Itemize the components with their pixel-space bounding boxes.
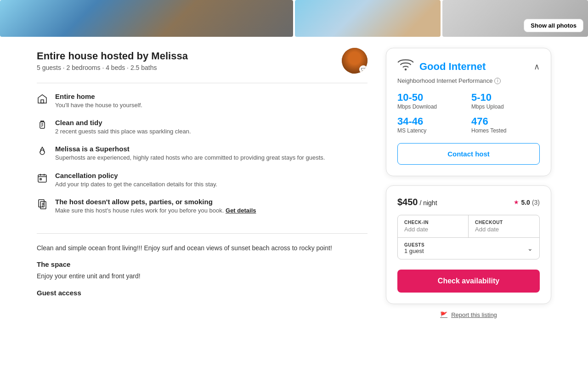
guests-row[interactable]: GUESTS 1 guest ⌄ [398, 237, 539, 259]
booking-card: $450 / night ★ 5.0 (3) CHECK-IN Add date [386, 185, 551, 304]
amenity-entire-home-title: Entire home [55, 92, 142, 100]
amenity-rules-title: The host doesn't allow pets, parties, or… [55, 198, 256, 206]
amenity-cancellation: Cancellation policy Add your trip dates … [37, 172, 368, 189]
amenity-clean-title: Clean and tidy [55, 119, 191, 126]
price-per-night: / night [419, 199, 437, 207]
avatar: 🛡 [342, 48, 368, 74]
stat-download: 10-50 Mbps Download [397, 92, 466, 110]
download-label: Mbps Download [397, 104, 466, 110]
guests-label: GUESTS [404, 242, 424, 247]
get-details-link[interactable]: Get details [226, 207, 256, 214]
star-icon: ★ [514, 199, 519, 206]
internet-header-left: Good Internet [397, 59, 486, 74]
collapse-internet-button[interactable]: ∧ [534, 62, 540, 72]
amenity-cancellation-text: Cancellation policy Add your trip dates … [55, 172, 217, 189]
calendar-icon [37, 172, 48, 184]
photo-strip: Show all photos [0, 0, 588, 37]
amenity-entire-home-text: Entire home You'll have the house to you… [55, 92, 142, 109]
guests-info: GUESTS 1 guest [404, 242, 424, 254]
homes-value: 476 [471, 115, 540, 127]
neighborhood-performance: Neighborhood Internet Performance i [397, 77, 540, 84]
left-column: Entire house hosted by Melissa 5 guests … [37, 48, 368, 318]
avatar-badge: 🛡 [359, 65, 368, 74]
amenity-superhost-title: Melissa is a Superhost [55, 145, 325, 153]
guests-value: 1 guest [404, 247, 424, 254]
svg-rect-5 [40, 201, 46, 209]
amenity-entire-home: Entire home You'll have the house to you… [37, 92, 368, 109]
host-section: Entire house hosted by Melissa 5 guests … [37, 48, 368, 83]
medal-icon [37, 146, 48, 157]
clean-icon [37, 120, 48, 131]
checkin-label: CHECK-IN [404, 220, 462, 225]
host-info: Entire house hosted by Melissa 5 guests … [37, 50, 188, 71]
flag-icon: 🚩 [440, 311, 447, 318]
guests-chevron: ⌄ [527, 245, 533, 252]
amenity-entire-home-desc: You'll have the house to yourself. [55, 101, 142, 109]
photo-middle [295, 0, 441, 37]
space-title: The space [37, 260, 368, 268]
homes-label: Homes Tested [471, 127, 540, 134]
latency-value: 34-46 [397, 115, 466, 127]
report-section[interactable]: 🚩 Report this listing [386, 311, 551, 318]
chevron-down-icon: ⌄ [527, 245, 533, 252]
checkout-cell[interactable]: CHECKOUT Add date [469, 215, 539, 237]
checkin-value: Add date [404, 226, 462, 233]
main-content: Entire house hosted by Melissa 5 guests … [0, 37, 588, 329]
check-availability-button[interactable]: Check availability [397, 270, 540, 293]
stat-upload: 5-10 Mbps Upload [471, 92, 540, 110]
price-info: $450 / night [397, 197, 437, 207]
listing-details: 5 guests · 2 bedrooms · 4 beds · 2.5 bat… [37, 64, 188, 71]
checkin-cell[interactable]: CHECK-IN Add date [398, 215, 469, 237]
home-icon [37, 93, 48, 104]
amenity-clean-tidy: Clean and tidy 2 recent guests said this… [37, 119, 368, 136]
amenity-rules: The host doesn't allow pets, parties, or… [37, 198, 368, 215]
rules-icon [37, 199, 48, 210]
rating-score: 5.0 [521, 199, 530, 206]
stat-homes: 476 Homes Tested [471, 115, 540, 134]
internet-card: Good Internet ∧ Neighborhood Internet Pe… [386, 48, 551, 176]
amenity-rules-text: The host doesn't allow pets, parties, or… [55, 198, 256, 215]
internet-stats: 10-50 Mbps Download 5-10 Mbps Upload 34-… [397, 92, 540, 134]
date-grid: CHECK-IN Add date CHECKOUT Add date GUES… [397, 215, 540, 259]
report-label: Report this listing [451, 311, 497, 318]
stat-latency: 34-46 MS Latency [397, 115, 466, 134]
photo-main [0, 0, 293, 37]
amenities-list: Entire home You'll have the house to you… [37, 83, 368, 234]
listing-title: Entire house hosted by Melissa [37, 50, 188, 62]
svg-rect-0 [41, 100, 44, 103]
checkout-label: CHECKOUT [475, 220, 533, 225]
svg-point-6 [405, 69, 407, 71]
amenity-clean-text: Clean and tidy 2 recent guests said this… [55, 119, 191, 136]
rating-row: ★ 5.0 (3) [514, 199, 540, 206]
amenity-cancellation-title: Cancellation policy [55, 172, 217, 179]
description-section: Clean and simple ocean front living!!! E… [37, 234, 368, 309]
description-main: Clean and simple ocean front living!!! E… [37, 243, 368, 253]
price-row: $450 / night ★ 5.0 (3) [397, 197, 540, 207]
svg-rect-3 [38, 175, 46, 182]
photo-right: Show all photos [442, 0, 588, 37]
latency-label: MS Latency [397, 127, 466, 134]
good-internet-label: Good Internet [419, 61, 486, 73]
amenity-clean-desc: 2 recent guests said this place was spar… [55, 127, 191, 136]
space-text: Enjoy your entire unit and front yard! [37, 271, 368, 281]
download-value: 10-50 [397, 92, 466, 104]
checkout-value: Add date [475, 226, 533, 233]
price-amount: $450 [397, 197, 418, 207]
amenity-superhost-text: Melissa is a Superhost Superhosts are ex… [55, 145, 325, 162]
upload-value: 5-10 [471, 92, 540, 104]
photo-group-right: Show all photos [295, 0, 588, 37]
right-column: Good Internet ∧ Neighborhood Internet Pe… [386, 48, 551, 318]
show-all-photos-button[interactable]: Show all photos [524, 19, 583, 32]
date-row: CHECK-IN Add date CHECKOUT Add date [398, 215, 539, 237]
wifi-icon [397, 59, 414, 74]
rating-count: (3) [532, 199, 540, 206]
internet-header: Good Internet ∧ [397, 59, 540, 74]
amenity-rules-desc: Make sure this host's house rules work f… [55, 207, 256, 215]
access-title: Guest access [37, 289, 368, 297]
amenity-superhost-desc: Superhosts are experienced, highly rated… [55, 154, 325, 162]
upload-label: Mbps Upload [471, 104, 540, 110]
info-icon[interactable]: i [494, 78, 501, 84]
amenity-superhost: Melissa is a Superhost Superhosts are ex… [37, 145, 368, 162]
amenity-cancellation-desc: Add your trip dates to get the cancellat… [55, 180, 217, 189]
contact-host-button[interactable]: Contact host [397, 143, 540, 165]
